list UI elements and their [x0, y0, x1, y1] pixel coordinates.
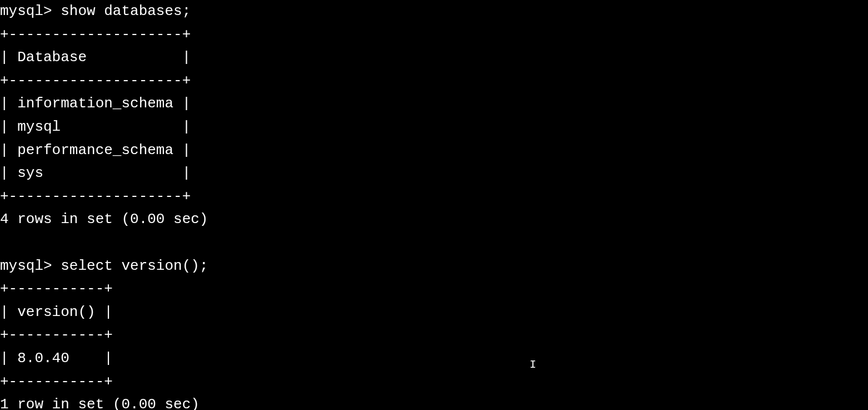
- table-2-top-border: +-----------+: [0, 280, 113, 297]
- text-cursor-icon: I: [530, 356, 536, 374]
- table-1-header: | Database |: [0, 49, 191, 66]
- table-2-header: | version() |: [0, 304, 113, 320]
- result-summary-1: 4 rows in set (0.00 sec): [0, 211, 208, 228]
- command-2: select version();: [61, 258, 208, 274]
- table-1-row-3: | sys |: [0, 165, 191, 181]
- table-1-row-0: | information_schema |: [0, 95, 191, 112]
- result-summary-2: 1 row in set (0.00 sec): [0, 396, 199, 410]
- table-2-mid-border: +-----------+: [0, 327, 113, 343]
- table-1-row-2: | performance_schema |: [0, 142, 191, 159]
- table-1-top-border: +--------------------+: [0, 26, 191, 43]
- table-1-bottom-border: +--------------------+: [0, 188, 191, 205]
- table-2-bottom-border: +-----------+: [0, 373, 113, 390]
- table-2-row-0: | 8.0.40 |: [0, 350, 113, 367]
- prompt-2: mysql>: [0, 258, 52, 274]
- table-1-mid-border: +--------------------+: [0, 72, 191, 89]
- command-1: show databases;: [61, 3, 191, 19]
- terminal-output[interactable]: mysql> show databases; +----------------…: [0, 0, 868, 410]
- table-1-row-1: | mysql |: [0, 118, 191, 135]
- prompt-1: mysql>: [0, 3, 52, 19]
